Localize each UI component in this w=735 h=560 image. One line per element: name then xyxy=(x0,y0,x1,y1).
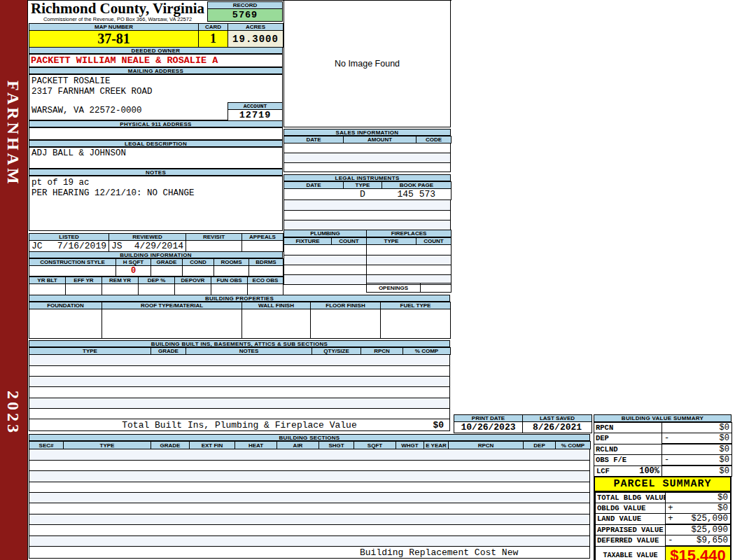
ps-obldg-label: OBLDG VALUE xyxy=(596,503,666,514)
building-sections-row xyxy=(29,493,590,503)
bs-eyear-label: E YEAR xyxy=(424,442,449,449)
page-title: Richmond County, Virginia xyxy=(29,1,206,16)
floorfinish-label: FLOOR FINISH xyxy=(311,302,381,309)
built-ins-total-row: Total Built Ins, Plumbing & Fireplace Va… xyxy=(29,419,450,431)
map-number-label: MAP NUMBER xyxy=(29,24,199,31)
legal-instruments-table: DATE TYPE BOOK PAGE D 145 573 xyxy=(284,181,451,230)
bs-grade-label: GRADE xyxy=(151,442,190,449)
building-value-summary-header: BUILDING VALUE SUMMARY xyxy=(594,414,732,422)
parcel-summary-header: PARCEL SUMMARY xyxy=(595,477,730,492)
last-saved-value: 8/26/2021 xyxy=(523,422,592,433)
built-ins-total-label: Total Built Ins, Plumbing & Fireplace Va… xyxy=(122,420,356,430)
last-saved-label: LAST SAVED xyxy=(523,415,592,422)
building-sections-row xyxy=(29,449,590,460)
built-ins-row xyxy=(29,355,450,365)
fixture-label: FIXTURE xyxy=(284,238,332,245)
plumbing-header: PLUMBING xyxy=(284,230,367,237)
foundation-label: FOUNDATION xyxy=(29,302,102,309)
building-sections-header: BUILDING SECTIONS xyxy=(29,434,590,441)
bvs-lcf-label: LCF100% xyxy=(594,465,662,477)
bvs-rpcn-label: RPCN xyxy=(594,423,662,433)
bi-grade-label: GRADE xyxy=(151,348,186,355)
building-properties-header: BUILDING PROPERTIES xyxy=(29,295,450,302)
li-date-label: DATE xyxy=(284,182,344,189)
tax-year: 2023 xyxy=(4,391,22,435)
plumbing-count-label: COUNT xyxy=(332,238,367,245)
legal-description-header: LEGAL DESCRIPTION xyxy=(29,140,283,147)
deppct-label: DEP % xyxy=(139,277,175,284)
sales-row xyxy=(284,162,451,172)
building-sections-table: SEC# TYPE GRADE EXT FIN HEAT AIR SHGT SQ… xyxy=(29,441,590,547)
bi-rpcn-label: RPCN xyxy=(361,348,403,355)
building-replacement-row: Building Replacement Cost New xyxy=(29,546,590,559)
bs-comp-label: % COMP xyxy=(556,442,591,449)
openings-row: OPENINGS xyxy=(366,283,451,293)
taxable-value-label: TAXABLE VALUE xyxy=(596,546,666,560)
sales-date-label: DATE xyxy=(284,136,344,144)
revisit-label: REVISIT xyxy=(186,234,242,241)
built-ins-row xyxy=(29,365,450,376)
built-ins-row xyxy=(29,408,450,419)
print-date-value: 10/26/2023 xyxy=(454,422,523,433)
bi-qty-label: QTY/SIZE xyxy=(312,348,361,355)
card-label: CARD xyxy=(199,24,228,31)
building-properties-table: FOUNDATION ROOF TYPE/MATERIAL WALL FINIS… xyxy=(29,302,450,339)
map-number-value: 37-81 xyxy=(29,31,199,48)
record-label: RECORD xyxy=(208,2,283,9)
bvs-obsfe-value: -$0 xyxy=(662,455,732,466)
bvs-dep-label: DEP xyxy=(594,433,662,444)
mailing-address: PACKETT ROSALIE 2317 FARNHAM CREEK ROAD … xyxy=(29,74,283,120)
plumbing-fireplaces-table: PLUMBING FIREPLACES FIXTURE COUNT TYPE C… xyxy=(284,230,451,285)
sales-row xyxy=(284,153,451,163)
building-sections-row xyxy=(29,460,590,470)
legal-instruments-row xyxy=(284,200,451,210)
funobs-label: FUN OBS xyxy=(211,277,248,284)
reviewed-label: REVIEWED xyxy=(109,234,186,241)
grade-label: GRADE xyxy=(151,259,183,266)
bvs-rclnd-value: $0 xyxy=(662,444,732,455)
notes-line-2: PER HEARING 12/21/10: NO CHANGE xyxy=(29,188,282,199)
legal-instruments-header: LEGAL INSTRUMENTS xyxy=(284,174,451,181)
bi-type-label: TYPE xyxy=(29,348,151,355)
ps-land-label: LAND VALUE xyxy=(596,514,666,525)
bvs-dep-value: -$0 xyxy=(662,433,732,444)
bi-comp-label: % COMP xyxy=(403,348,451,355)
print-info-table: PRINT DATE LAST SAVED 10/26/2023 8/26/20… xyxy=(454,414,592,433)
building-information-header: BUILDING INFORMATION xyxy=(29,251,283,258)
account-table: ACCOUNT 12719 xyxy=(227,102,283,121)
built-ins-table: TYPE GRADE NOTES QTY/SIZE RPCN % COMP xyxy=(29,347,450,419)
sales-amount-label: AMOUNT xyxy=(344,136,416,144)
fireplaces-header: FIREPLACES xyxy=(367,230,451,237)
sales-code-label: CODE xyxy=(416,136,451,144)
parcel-summary: PARCEL SUMMARY TOTAL BLDG VALUE $0 OBLDG… xyxy=(594,476,732,560)
bs-dep-label: DEP xyxy=(524,442,556,449)
physical-address-value xyxy=(29,127,283,140)
listed-value: JC7/16/2019 xyxy=(29,241,109,252)
deeded-owner-name: PACKETT WILLIAM NEALE & ROSALIE A xyxy=(29,54,283,67)
openings-value xyxy=(421,284,451,293)
ps-appraised-label: APPRAISED VALUE xyxy=(596,524,666,536)
fireplace-type-label: TYPE xyxy=(367,238,416,245)
wallfinish-label: WALL FINISH xyxy=(242,302,311,309)
bs-extfin-label: EXT FIN xyxy=(190,442,235,449)
sales-information-header: SALES INFORMATION xyxy=(284,129,451,136)
record-table: RECORD 5769 xyxy=(207,1,283,22)
yrblt-label: YR BLT xyxy=(29,277,66,284)
ps-obldg-value: +$0 xyxy=(666,503,731,514)
taxable-value: $15,440 xyxy=(666,546,731,560)
legal-instruments-row xyxy=(284,220,451,230)
li-row-type: D xyxy=(344,189,382,200)
bs-heat-label: HEAT xyxy=(235,442,277,449)
physical-address-header: PHYSICAL 911 ADDRESS xyxy=(29,120,283,127)
deeded-owner-header: DEEDED OWNER xyxy=(29,47,283,54)
bvs-obsfe-label: OBS F/E xyxy=(594,455,662,466)
record-value: 5769 xyxy=(208,9,283,22)
bi-notes-label: NOTES xyxy=(186,348,312,355)
built-ins-header: BUILDING BUILT INS, BASEMENTS, ATTICS & … xyxy=(29,340,450,347)
ps-deferred-value: -$9,650 xyxy=(666,536,731,547)
rooms-label: ROOMS xyxy=(214,259,249,266)
roof-label: ROOF TYPE/MATERIAL xyxy=(102,302,242,309)
appeals-label: APPEALS xyxy=(242,234,284,241)
built-ins-row xyxy=(29,377,450,387)
appeals-value xyxy=(242,241,284,252)
